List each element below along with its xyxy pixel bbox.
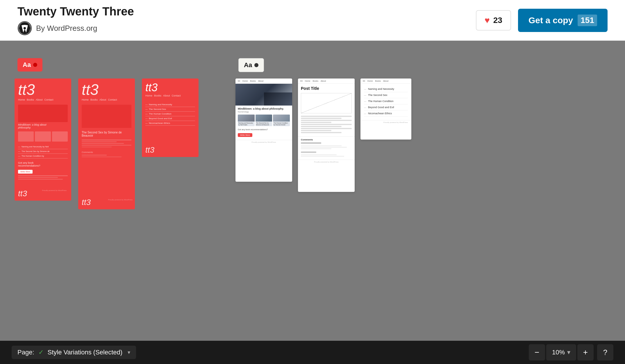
pw3-book-item-1: Naming and Necessity [364, 86, 408, 92]
card3-tt3-bottom: tt3 [145, 145, 154, 155]
header: Twenty Twenty Three By WordPress.org ♥ 2… [0, 0, 625, 41]
preview-card-3[interactable]: tt3 HomeBooksAboutContact Naming and Nec… [142, 78, 199, 157]
pw2-footer: Proudly powered by WordPress [298, 160, 355, 164]
pw2-text [298, 115, 355, 135]
pw1-book-grid: Naming and Necessity by Neil Kripke The … [238, 115, 290, 126]
header-right: ♥ 23 Get a copy 151 [476, 9, 608, 32]
pw1-btn: Write More [238, 133, 252, 137]
likes-button[interactable]: ♥ 23 [476, 10, 511, 31]
author-text: By WordPress.org [36, 24, 97, 33]
white-previews: tt3HomeBooksAbout Mindblown: a blog abou… [235, 78, 411, 192]
page-name: Style Variations (Selected) [48, 349, 123, 356]
theme-author: By WordPress.org [17, 21, 134, 35]
pw1-hero-img [235, 84, 292, 106]
card2-tt3-top: tt3 [82, 82, 131, 97]
pw3-book-list: Naming and Necessity The Second Sex The … [360, 84, 411, 119]
pw1-footer: Proudly powered by WordPress [235, 140, 292, 144]
card2-tt3-bottom: tt3 [82, 198, 91, 207]
get-copy-button[interactable]: Get a copy 151 [518, 9, 608, 32]
card3-links: Naming and Necessity The Second Sex The … [142, 101, 199, 127]
pw1-question: Got any book recommendations? [235, 127, 292, 132]
page-label: Page: [17, 349, 34, 356]
card3-nav: HomeBooksAboutContact [145, 94, 195, 97]
card3-tt3-top: tt3 [145, 82, 195, 93]
pw1-section: Numerology [235, 111, 292, 113]
zoom-value: 10% [552, 349, 565, 356]
theme-title: Twenty Twenty Three [17, 5, 134, 18]
pw2-post-title: Post Title [298, 84, 355, 92]
card1-btn: Write More [18, 170, 33, 174]
preview-card-2[interactable]: tt3 HomeBooksAboutContact The Second Sex… [78, 78, 135, 209]
pw3-book-item-5: Nicomachean Ethics [364, 110, 408, 117]
card2-nav: HomeBooksAboutContact [82, 98, 131, 101]
card1-tt3-bottom: tt3 [18, 189, 27, 198]
pw3-book-item-3: The Human Condition [364, 98, 408, 104]
card1-nav: HomeBooksAboutContact [18, 98, 68, 101]
chevron-down-icon: ▾ [128, 349, 130, 356]
card2-footer: Proudly powered by WordPress [108, 199, 133, 201]
pw3-nav: tt3HomeBooksAbout [360, 78, 411, 84]
card1-footer: Proudly powered by WordPress [40, 189, 69, 192]
pw2-nav: tt3HomeBooksAbout [298, 78, 355, 84]
likes-count: 23 [493, 16, 502, 25]
card2-comments: Comments [78, 149, 135, 155]
card1-tagline: Mindblown: a blog aboutphilosophy. [15, 122, 71, 130]
style-badge-red: Aa [17, 58, 42, 72]
pw1-nav: tt3HomeBooksAbout [235, 78, 292, 84]
pw1-tagline: Mindblown: a blog about philosophy. [235, 106, 292, 111]
zoom-chevron-icon: ▾ [567, 349, 570, 356]
page-selector[interactable]: Page: ✓ Style Variations (Selected) ▾ [12, 346, 136, 359]
heart-icon: ♥ [485, 15, 490, 25]
svg-point-2 [24, 27, 26, 29]
zoom-in-button[interactable]: + [577, 344, 594, 361]
card2-title: The Second Sex by Simone deBeauvoir [78, 130, 135, 138]
header-left: Twenty Twenty Three By WordPress.org [17, 5, 134, 35]
card1-links: Naming and Necessity by Neil The Second … [15, 143, 71, 160]
main-canvas: Aa Aa tt3 HomeBooksAboutContact Mindblow… [0, 41, 625, 341]
card1-tt3-top: tt3 [18, 82, 68, 97]
style-badge-light: Aa [238, 58, 264, 72]
zoom-out-button[interactable]: − [529, 344, 545, 361]
pw2-diagram [301, 93, 352, 113]
pw3-book-item-4: Beyond Good and Evil [364, 104, 408, 110]
preview-white-2[interactable]: tt3HomeBooksAbout Post Title Comments [298, 78, 355, 192]
footer-toolbar: Page: ✓ Style Variations (Selected) ▾ − … [0, 341, 625, 364]
zoom-controls: − 10% ▾ + ? [529, 344, 613, 361]
card1-grid [18, 131, 68, 142]
pw3-footer: Proudly powered by WordPress [360, 120, 411, 124]
card1-question: Got any bookrecommendations? [15, 160, 71, 168]
page-check-icon: ✓ [38, 349, 44, 356]
pw3-book-item-2: The Second Sex [364, 92, 408, 98]
zoom-value-button[interactable]: 10% ▾ [546, 344, 576, 361]
style-badge-red-label: Aa [23, 61, 31, 69]
style-badge-light-label: Aa [244, 61, 252, 69]
pw2-comments: Comments [298, 136, 355, 158]
red-previews: tt3 HomeBooksAboutContact Mindblown: a b… [15, 78, 199, 209]
preview-white-1[interactable]: tt3HomeBooksAbout Mindblown: a blog abou… [235, 78, 292, 182]
wordpress-logo-icon [17, 21, 32, 35]
get-copy-count: 151 [578, 15, 597, 26]
pw2-comments-label: Comments [301, 138, 352, 141]
style-badge-red-dot [33, 63, 37, 67]
help-button[interactable]: ? [597, 344, 613, 361]
preview-card-1[interactable]: tt3 HomeBooksAboutContact Mindblown: a b… [15, 78, 71, 201]
style-badge-light-dot [254, 63, 258, 67]
get-copy-label: Get a copy [528, 15, 573, 25]
preview-white-3[interactable]: tt3HomeBooksAbout Naming and Necessity T… [360, 78, 411, 140]
